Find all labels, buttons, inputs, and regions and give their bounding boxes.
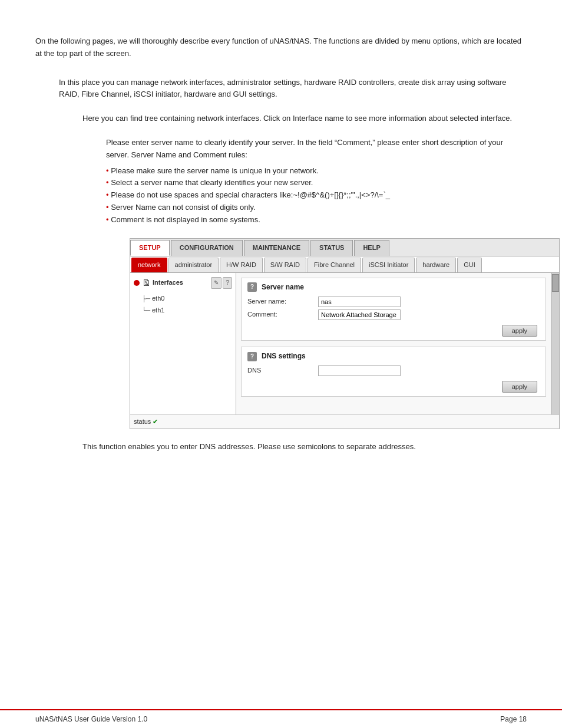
dns-title: DNS settings bbox=[262, 351, 306, 362]
dns-apply-button[interactable]: apply bbox=[502, 381, 537, 393]
dns-settings-panel: ? DNS settings DNS apply bbox=[241, 347, 546, 397]
tab-sw-raid[interactable]: S/W RAID bbox=[264, 258, 306, 272]
tree-eth1[interactable]: eth1 bbox=[133, 305, 233, 317]
server-name-title: Server name bbox=[262, 282, 304, 293]
interfaces-header: 🖻 Interfaces ✎ ? bbox=[133, 275, 233, 291]
ui-screenshot: SETUP CONFIGURATION MAINTENANCE STATUS H… bbox=[130, 238, 560, 430]
scrollbar[interactable] bbox=[551, 273, 559, 414]
comment-label: Comment: bbox=[247, 309, 318, 320]
tab-iscsi-initiator[interactable]: iSCSI Initiator bbox=[362, 258, 415, 272]
server-name-title-row: ? Server name bbox=[247, 282, 540, 293]
tab-network[interactable]: network bbox=[131, 258, 167, 272]
ui-main-area: 🖻 Interfaces ✎ ? eth0 eth1 ? bbox=[130, 273, 559, 414]
server-name-rules: Please make sure the server name is uniq… bbox=[106, 165, 527, 226]
dns-title-row: ? DNS settings bbox=[247, 351, 540, 362]
help-icon[interactable]: ? bbox=[223, 277, 232, 289]
server-name-help-btn[interactable]: ? bbox=[247, 282, 257, 292]
scroll-thumb[interactable] bbox=[552, 274, 559, 292]
top-tab-bar: SETUP CONFIGURATION MAINTENANCE STATUS H… bbox=[130, 239, 559, 257]
second-tab-bar: network administrator H/W RAID S/W RAID … bbox=[130, 256, 559, 273]
section3-intro: Please enter server name to clearly iden… bbox=[106, 137, 527, 162]
footer-right: Page 18 bbox=[500, 715, 527, 723]
server-apply-row: apply bbox=[247, 322, 540, 337]
tab-hardware[interactable]: hardware bbox=[416, 258, 456, 272]
server-name-panel: ? Server name Server name: Comment: bbox=[241, 278, 546, 341]
tab-help[interactable]: HELP bbox=[354, 240, 389, 256]
tab-configuration[interactable]: CONFIGURATION bbox=[171, 240, 243, 256]
ui-right-panel: ? Server name Server name: Comment: bbox=[236, 273, 551, 414]
interfaces-label: Interfaces bbox=[153, 278, 210, 288]
server-name-input[interactable] bbox=[318, 297, 401, 307]
tab-administrator[interactable]: administrator bbox=[168, 258, 219, 272]
tab-gui[interactable]: GUI bbox=[457, 258, 482, 272]
server-apply-button[interactable]: apply bbox=[502, 325, 537, 337]
dns-apply-row: apply bbox=[247, 378, 540, 393]
comment-input[interactable] bbox=[318, 309, 401, 320]
rule-4: Server Name can not consist of digits on… bbox=[106, 202, 527, 214]
status-text: status bbox=[134, 418, 151, 425]
tab-fibre-channel[interactable]: Fibre Channel bbox=[308, 258, 361, 272]
dns-input[interactable] bbox=[318, 365, 401, 376]
footer-left: uNAS/tNAS User Guide Version 1.0 bbox=[35, 715, 147, 723]
rule-3: Please do not use spaces and special cha… bbox=[106, 189, 527, 202]
tab-status[interactable]: STATUS bbox=[310, 240, 353, 256]
dns-help-btn[interactable]: ? bbox=[247, 352, 257, 361]
tree-eth0[interactable]: eth0 bbox=[133, 293, 233, 305]
folder-icon: 🖻 bbox=[142, 276, 150, 289]
edit-icon[interactable]: ✎ bbox=[211, 277, 222, 289]
tab-hw-raid[interactable]: H/W RAID bbox=[220, 258, 263, 272]
section2-text: Here you can find tree containing networ… bbox=[82, 113, 527, 125]
dns-row: DNS bbox=[247, 365, 540, 376]
server-name-label: Server name: bbox=[247, 297, 318, 307]
status-icon: ✔ bbox=[153, 418, 158, 425]
section1-text: In this place you can manage network int… bbox=[59, 77, 527, 101]
status-bar: status ✔ bbox=[130, 414, 559, 429]
tab-maintenance[interactable]: MAINTENANCE bbox=[244, 240, 309, 256]
rule-5: Comment is not displayed in some systems… bbox=[106, 214, 527, 226]
status-dot bbox=[134, 280, 140, 286]
intro-text: On the following pages, we will thorough… bbox=[35, 35, 527, 60]
comment-row: Comment: bbox=[247, 309, 540, 320]
ui-left-panel: 🖻 Interfaces ✎ ? eth0 eth1 bbox=[130, 273, 236, 414]
rule-2: Select a server name that clearly identi… bbox=[106, 177, 527, 189]
dns-label: DNS bbox=[247, 365, 318, 376]
dns-desc-text: This function enables you to enter DNS a… bbox=[82, 441, 527, 453]
tab-setup[interactable]: SETUP bbox=[130, 240, 170, 256]
page-footer: uNAS/tNAS User Guide Version 1.0 Page 18 bbox=[0, 709, 562, 728]
server-name-row: Server name: bbox=[247, 297, 540, 307]
rule-1: Please make sure the server name is uniq… bbox=[106, 165, 527, 177]
